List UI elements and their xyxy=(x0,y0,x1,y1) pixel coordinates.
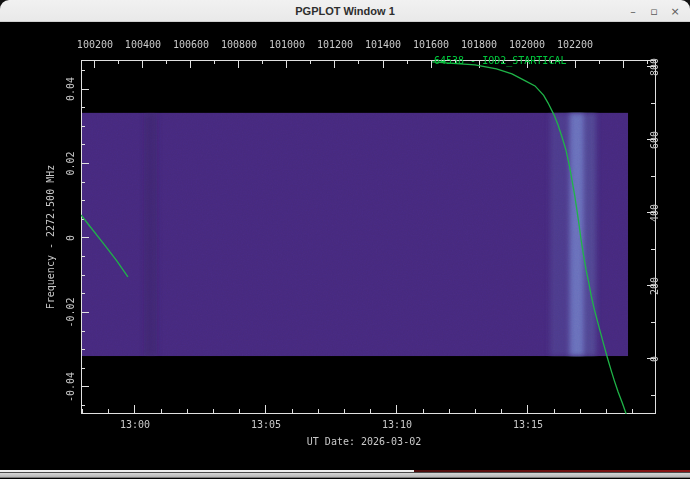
left-tick-label: 0.02 xyxy=(65,151,76,175)
bottom-tick-label: 13:10 xyxy=(382,419,412,430)
pgplot-window: PGPLOT Window 1 – ▫ × 13:0013:0513:1013:… xyxy=(0,0,690,479)
bottom-tick-label: 13:15 xyxy=(513,419,543,430)
left-tick-label: 0.04 xyxy=(65,77,76,101)
plot-area: 13:0013:0513:1013:1510020010040010060010… xyxy=(0,22,690,470)
bottom-tick-label: 13:05 xyxy=(251,419,281,430)
top-tick-label: 100800 xyxy=(221,39,257,50)
right-tick-label: 0 xyxy=(649,356,660,362)
right-tick-label: 800 xyxy=(649,58,660,76)
top-tick-label: 101000 xyxy=(269,39,305,50)
top-tick-label: 101200 xyxy=(317,39,353,50)
bottom-border-line xyxy=(0,470,690,472)
right-tick-label: 400 xyxy=(649,204,660,222)
top-tick-label: 101800 xyxy=(461,39,497,50)
top-tick-label: 101600 xyxy=(413,39,449,50)
window-bottom-border xyxy=(0,470,690,479)
satellite-annotation: 64538 - IOD2_STARTICAL xyxy=(434,55,566,67)
top-tick-label: 101400 xyxy=(365,39,401,50)
window-controls: – ▫ × xyxy=(626,0,682,22)
x-axis-title: UT Date: 2026-03-02 xyxy=(307,436,421,447)
maximize-icon[interactable]: ▫ xyxy=(647,4,661,18)
titlebar[interactable]: PGPLOT Window 1 – ▫ × xyxy=(0,0,690,22)
top-tick-label: 100600 xyxy=(173,39,209,50)
right-tick-label: 600 xyxy=(649,131,660,149)
window-resize-edge[interactable] xyxy=(0,473,690,478)
close-icon[interactable]: × xyxy=(668,4,682,18)
left-tick-label: 0 xyxy=(65,235,76,241)
minimize-icon[interactable]: – xyxy=(626,4,640,18)
top-tick-label: 102000 xyxy=(509,39,545,50)
bottom-border-red-segment xyxy=(414,470,690,472)
window-title: PGPLOT Window 1 xyxy=(295,5,395,17)
pgplot-canvas: 13:0013:0513:1013:1510020010040010060010… xyxy=(0,22,690,470)
bottom-border-white-segment xyxy=(0,470,414,472)
top-tick-label: 102200 xyxy=(557,39,593,50)
left-tick-label: -0.02 xyxy=(65,297,76,327)
top-tick-label: 100200 xyxy=(77,39,113,50)
right-tick-label: 200 xyxy=(649,277,660,295)
y-axis-title: Frequency - 2272.500 MHz xyxy=(45,165,56,310)
top-tick-label: 100400 xyxy=(125,39,161,50)
heatmap-noise xyxy=(81,113,628,356)
bottom-tick-label: 13:00 xyxy=(120,419,150,430)
left-tick-label: -0.04 xyxy=(65,372,76,402)
